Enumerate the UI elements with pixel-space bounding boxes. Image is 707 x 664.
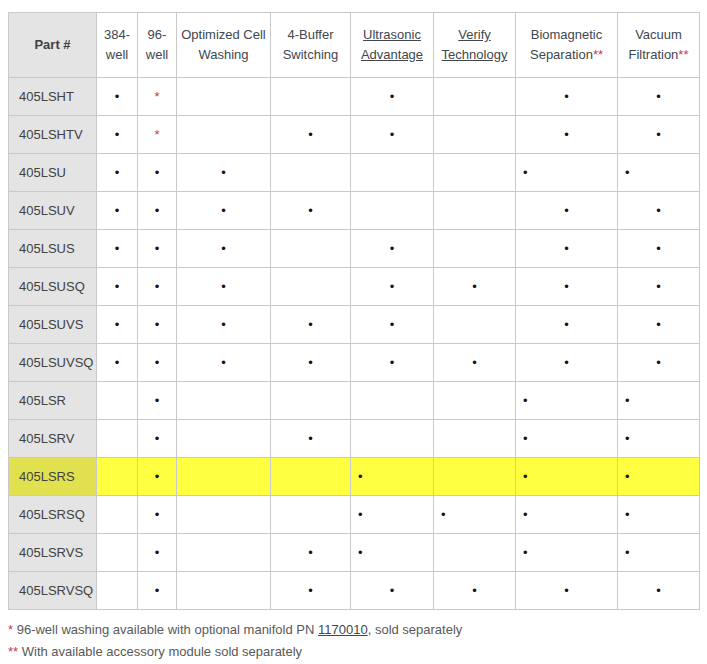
ultrasonic-advantage-link[interactable]: UltrasonicAdvantage (361, 27, 423, 62)
feature-cell: • (351, 458, 434, 496)
dot-marker: • (472, 279, 477, 294)
dot-marker: • (115, 127, 120, 142)
feature-cell: • (434, 268, 516, 306)
dot-marker: • (523, 545, 528, 560)
part-column-header: Part # (9, 13, 97, 78)
dot-marker: • (564, 127, 569, 142)
feature-cell: • (138, 534, 177, 572)
feature-cell: • (618, 154, 700, 192)
dot-marker: • (155, 203, 160, 218)
header-row: Part # 384-well96-wellOptimized CellWash… (9, 13, 700, 78)
dot-marker: • (155, 279, 160, 294)
feature-cell: • (97, 116, 138, 154)
feature-cell (351, 154, 434, 192)
part-number-cell: 405LSRS (9, 458, 97, 496)
dot-marker: • (308, 317, 313, 332)
table-row-highlighted: 405LSRS•••• (9, 458, 700, 496)
feature-cell: • (138, 420, 177, 458)
dot-marker: • (564, 583, 569, 598)
feature-cell: • (618, 382, 700, 420)
dot-marker: • (308, 127, 313, 142)
feature-cell (271, 268, 351, 306)
part-number-cell: 405LSRVS (9, 534, 97, 572)
feature-cell: • (618, 572, 700, 610)
feature-cell: • (618, 420, 700, 458)
manifold-pn-link[interactable]: 1170010 (318, 622, 368, 637)
feature-cell: • (138, 154, 177, 192)
footnote-marker: ** (8, 644, 18, 659)
feature-cell: • (351, 306, 434, 344)
feature-cell: • (516, 192, 618, 230)
feature-cell: • (618, 306, 700, 344)
table-row: 405LSU••••• (9, 154, 700, 192)
dot-marker: • (155, 469, 160, 484)
table-row: 405LSHTV•*•••• (9, 116, 700, 154)
dot-marker: • (523, 165, 528, 180)
feature-cell (434, 458, 516, 496)
feature-cell: • (516, 268, 618, 306)
feature-cell (434, 78, 516, 116)
dot-marker: • (656, 241, 661, 256)
dot-marker: • (523, 507, 528, 522)
dot-marker: • (441, 507, 446, 522)
verify-technology-link[interactable]: VerifyTechnology (442, 27, 508, 62)
dot-marker: • (625, 545, 630, 560)
feature-cell (434, 420, 516, 458)
table-row: 405LSRSQ••••• (9, 496, 700, 534)
feature-cell: • (351, 230, 434, 268)
part-number-cell: 405LSHTV (9, 116, 97, 154)
feature-cell: • (516, 572, 618, 610)
feature-cell: • (351, 534, 434, 572)
feature-cell: • (271, 306, 351, 344)
table-row: 405LSUV•••••• (9, 192, 700, 230)
feature-cell: • (138, 344, 177, 382)
dot-marker: • (523, 431, 528, 446)
dot-marker: • (564, 355, 569, 370)
column-header-ultrasonic-advantage: UltrasonicAdvantage (351, 13, 434, 78)
feature-cell (434, 306, 516, 344)
footnotes: * 96-well washing available with optiona… (8, 619, 707, 663)
part-number-cell: 405LSUSQ (9, 268, 97, 306)
dot-marker: • (155, 393, 160, 408)
dot-marker: • (221, 165, 226, 180)
footnote: * 96-well washing available with optiona… (8, 619, 707, 641)
dot-marker: • (390, 89, 395, 104)
feature-cell (434, 192, 516, 230)
dot-marker: • (358, 545, 363, 560)
feature-cell (177, 420, 271, 458)
part-number-cell: 405LSUV (9, 192, 97, 230)
dot-marker: • (656, 583, 661, 598)
dot-marker: • (115, 165, 120, 180)
dot-marker: • (115, 355, 120, 370)
page-content: Part # 384-well96-wellOptimized CellWash… (0, 0, 707, 663)
feature-cell (97, 534, 138, 572)
feature-cell: • (138, 306, 177, 344)
table-row: 405LSUS•••••• (9, 230, 700, 268)
feature-cell: • (516, 116, 618, 154)
dot-marker: • (155, 431, 160, 446)
feature-cell: • (138, 382, 177, 420)
feature-cell: • (618, 344, 700, 382)
feature-cell: • (618, 534, 700, 572)
feature-cell (177, 534, 271, 572)
feature-cell: • (434, 572, 516, 610)
feature-cell (97, 572, 138, 610)
feature-cell: • (516, 154, 618, 192)
feature-cell: • (177, 306, 271, 344)
dot-marker: • (308, 431, 313, 446)
feature-cell: • (618, 496, 700, 534)
column-header-biomagnetic-separation: BiomagneticSeparation** (516, 13, 618, 78)
part-number-cell: 405LSUS (9, 230, 97, 268)
feature-cell (271, 382, 351, 420)
feature-cell (271, 78, 351, 116)
feature-cell: • (516, 230, 618, 268)
feature-cell: • (618, 230, 700, 268)
part-number-cell: 405LSHT (9, 78, 97, 116)
feature-cell (434, 154, 516, 192)
feature-cell: • (271, 572, 351, 610)
feature-cell: • (97, 78, 138, 116)
dot-marker: • (155, 507, 160, 522)
dot-marker: • (656, 89, 661, 104)
dot-marker: • (390, 355, 395, 370)
footnote-marker: ** (678, 47, 688, 62)
